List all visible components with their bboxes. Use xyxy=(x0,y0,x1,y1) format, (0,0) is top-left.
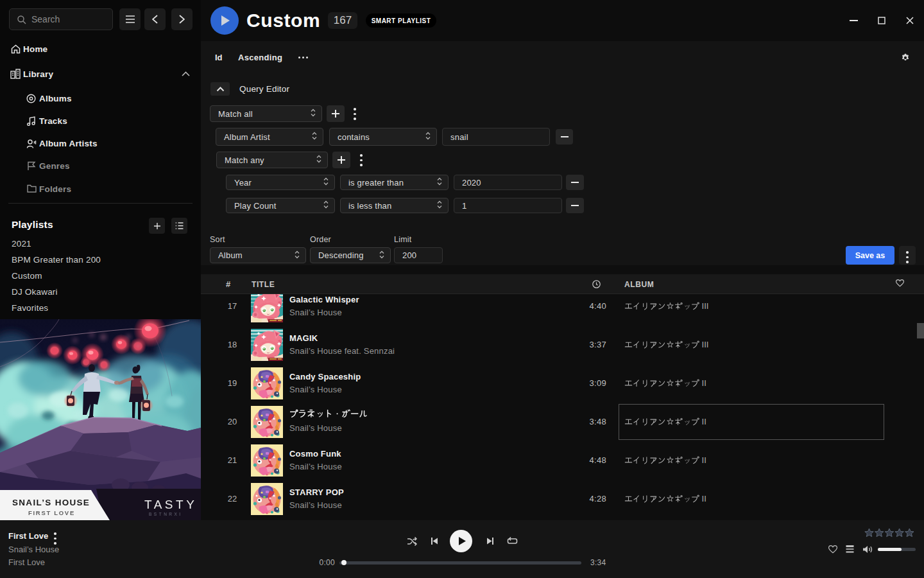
svg-text:FIRST LOVE: FIRST LOVE xyxy=(28,509,75,516)
svg-text:SNAIL’S HOUSE: SNAIL’S HOUSE xyxy=(12,498,90,507)
svg-text:TASTY: TASTY xyxy=(144,498,197,511)
svg-text:BSTNRXI: BSTNRXI xyxy=(149,512,183,516)
